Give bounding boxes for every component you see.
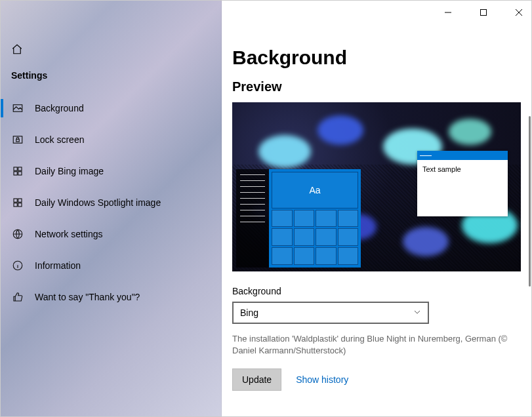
home-icon bbox=[11, 43, 23, 58]
preview-blob bbox=[317, 115, 363, 145]
grid-icon bbox=[11, 196, 24, 209]
preview-taskpane bbox=[236, 169, 269, 268]
preview-sample-titlebar bbox=[417, 151, 508, 160]
home-button[interactable] bbox=[1, 40, 222, 64]
preview-heading: Preview bbox=[232, 79, 521, 94]
main-content: Background Preview Aa bbox=[222, 1, 531, 416]
picture-icon bbox=[11, 102, 24, 115]
app-window: Settings Background Lock screen bbox=[0, 0, 532, 417]
minimize-button[interactable] bbox=[438, 5, 458, 20]
preview-sample-window: Text sample bbox=[417, 151, 508, 216]
grid-icon bbox=[11, 165, 24, 178]
svg-rect-8 bbox=[18, 199, 22, 202]
sidebar-item-label: Lock screen bbox=[35, 134, 84, 145]
sidebar-item-background[interactable]: Background bbox=[1, 92, 222, 124]
page-title: Background bbox=[232, 47, 521, 69]
preview-sample-text: Text sample bbox=[417, 160, 508, 178]
background-select[interactable]: Bing bbox=[232, 302, 429, 324]
info-icon bbox=[11, 259, 24, 272]
globe-icon bbox=[11, 228, 24, 241]
scrollbar-thumb[interactable] bbox=[529, 116, 531, 287]
sidebar-item-label: Information bbox=[35, 260, 81, 271]
sidebar-item-daily-spotlight[interactable]: Daily Windows Spotlight image bbox=[1, 187, 222, 218]
svg-rect-16 bbox=[481, 10, 487, 16]
show-history-link[interactable]: Show history bbox=[296, 374, 348, 385]
close-button[interactable] bbox=[509, 5, 529, 20]
preview-image: Aa Text sample bbox=[232, 102, 521, 271]
svg-rect-9 bbox=[14, 203, 17, 207]
sidebar: Settings Background Lock screen bbox=[1, 1, 222, 416]
preview-tile-big: Aa bbox=[272, 172, 358, 208]
thumbs-up-icon bbox=[11, 290, 24, 304]
action-row: Update Show history bbox=[232, 368, 521, 391]
sidebar-item-label: Daily Windows Spotlight image bbox=[35, 197, 161, 208]
sidebar-item-label: Network settings bbox=[35, 229, 102, 239]
window-controls bbox=[438, 5, 529, 20]
background-select-value: Bing bbox=[240, 308, 258, 318]
sidebar-item-information[interactable]: Information bbox=[1, 250, 222, 281]
update-button[interactable]: Update bbox=[232, 368, 281, 391]
preview-blob bbox=[258, 135, 311, 168]
chevron-down-icon bbox=[413, 308, 421, 318]
svg-rect-10 bbox=[18, 203, 22, 207]
preview-start-menu: Aa bbox=[236, 169, 361, 268]
svg-rect-6 bbox=[18, 172, 22, 175]
sidebar-header: Settings bbox=[1, 64, 222, 92]
sidebar-item-label: Daily Bing image bbox=[35, 166, 104, 176]
maximize-button[interactable] bbox=[474, 5, 493, 20]
sidebar-item-network[interactable]: Network settings bbox=[1, 218, 222, 250]
sidebar-item-label: Want to say "Thank you"? bbox=[35, 292, 140, 302]
preview-blob bbox=[403, 227, 449, 256]
background-field-label: Background bbox=[232, 286, 521, 296]
sidebar-item-thank-you[interactable]: Want to say "Thank you"? bbox=[1, 281, 222, 313]
svg-rect-4 bbox=[18, 167, 22, 170]
preview-tiles: Aa bbox=[269, 169, 361, 268]
svg-rect-3 bbox=[14, 167, 17, 170]
sidebar-item-daily-bing[interactable]: Daily Bing image bbox=[1, 155, 222, 187]
lock-icon bbox=[11, 133, 24, 146]
preview-blob bbox=[449, 119, 491, 145]
svg-rect-2 bbox=[16, 139, 20, 142]
svg-rect-5 bbox=[14, 172, 17, 175]
svg-rect-7 bbox=[14, 199, 17, 202]
sidebar-item-lock-screen[interactable]: Lock screen bbox=[1, 124, 222, 155]
image-caption: The installation 'Waldplastik' during Bl… bbox=[232, 333, 521, 357]
sidebar-item-label: Background bbox=[35, 103, 84, 113]
